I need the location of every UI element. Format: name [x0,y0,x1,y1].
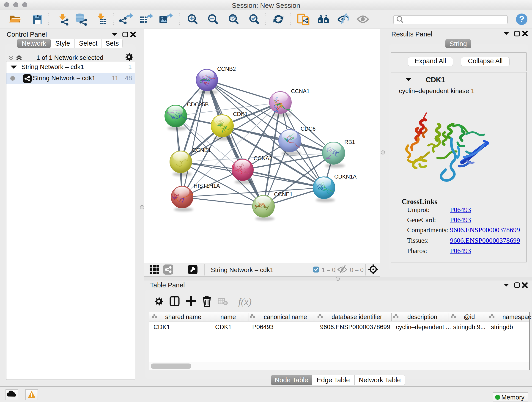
svg-text:f(x): f(x) [238,296,252,307]
